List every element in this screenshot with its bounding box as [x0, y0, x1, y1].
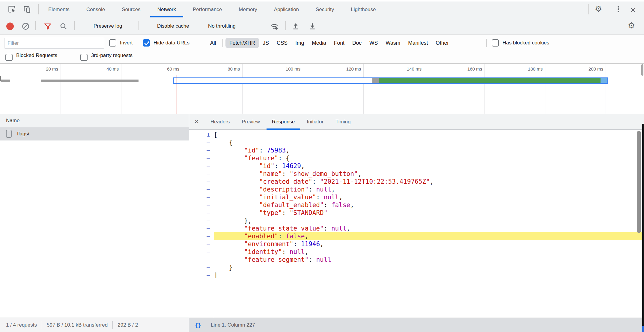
- tab-memory[interactable]: Memory: [230, 2, 265, 17]
- code-content: {: [214, 139, 644, 146]
- code-line: – "id": 14629,: [189, 162, 644, 170]
- token: :: [324, 201, 331, 209]
- close-devtools-icon[interactable]: ×: [630, 2, 636, 17]
- code-content: }: [214, 264, 644, 271]
- code-line: – "feature": {: [189, 154, 644, 162]
- detail-tab-preview[interactable]: Preview: [236, 114, 266, 130]
- filter-chip-media[interactable]: Media: [308, 38, 330, 48]
- line-number: –: [189, 170, 214, 178]
- filter-chip-doc[interactable]: Doc: [348, 38, 365, 48]
- invert-label: Invert: [120, 35, 133, 51]
- line-number: –: [189, 264, 214, 271]
- toolbar-divider: [74, 21, 75, 30]
- cursor-position: Line 1, Column 227: [211, 318, 255, 332]
- blocked-requests-checkbox[interactable]: [5, 54, 13, 61]
- tab-sources[interactable]: Sources: [113, 2, 149, 17]
- code-line: – {: [189, 139, 644, 146]
- export-har-icon[interactable]: [308, 22, 317, 30]
- token: [214, 170, 259, 177]
- filter-chip-js[interactable]: JS: [259, 38, 273, 48]
- network-settings-gear-icon[interactable]: ⚙: [628, 22, 635, 30]
- tab-console[interactable]: Console: [78, 2, 113, 17]
- name-column-header[interactable]: Name: [0, 114, 189, 127]
- code-content: ]: [214, 271, 644, 279]
- overview-tick-label: 100 ms: [276, 66, 300, 71]
- code-line: – "environment": 11946,: [189, 240, 644, 248]
- overview-gridline: [606, 64, 606, 114]
- name-column-label: Name: [6, 118, 19, 123]
- token: :: [282, 248, 290, 255]
- token: null: [331, 225, 347, 232]
- line-number: –: [189, 209, 214, 217]
- tab-security[interactable]: Security: [307, 2, 342, 17]
- filter-chip-manifest[interactable]: Manifest: [404, 38, 432, 48]
- token: "id": [259, 162, 275, 170]
- token: :: [324, 225, 331, 232]
- tab-network[interactable]: Network: [149, 2, 184, 17]
- third-party-requests-checkbox[interactable]: [80, 54, 88, 61]
- token: "STANDARD": [290, 209, 327, 216]
- settings-gear-icon[interactable]: ⚙: [595, 5, 602, 13]
- tab-application[interactable]: Application: [266, 2, 307, 17]
- code-content: "id": 14629,: [214, 162, 644, 170]
- request-row-flags[interactable]: flags/: [0, 127, 189, 140]
- filter-chip-all[interactable]: All: [206, 38, 220, 48]
- bar-download-segment: [379, 78, 601, 83]
- inspect-element-icon[interactable]: [8, 5, 16, 14]
- import-har-icon[interactable]: [291, 22, 300, 30]
- code-line: – "created_date": "2021-11-12T10:22:53.4…: [189, 178, 644, 186]
- token: "name": [259, 170, 282, 177]
- preserve-log-label: Preserve log: [94, 17, 122, 35]
- network-overview-timeline[interactable]: 20 ms40 ms60 ms80 ms100 ms120 ms140 ms16…: [0, 64, 644, 114]
- filter-chip-other[interactable]: Other: [432, 38, 453, 48]
- overview-gridline: [303, 64, 303, 114]
- detail-tab-response[interactable]: Response: [266, 114, 301, 130]
- filter-input[interactable]: [4, 38, 104, 49]
- invert-checkbox[interactable]: [109, 39, 116, 47]
- code-line: – "id": 75983,: [189, 146, 644, 154]
- tab-lighthouse[interactable]: Lighthouse: [342, 2, 384, 17]
- scrollbar-thumb[interactable]: [641, 64, 643, 76]
- disable-cache-label: Disable cache: [157, 17, 189, 35]
- filter-chip-ws[interactable]: WS: [365, 38, 382, 48]
- load-event-marker: [179, 75, 179, 114]
- filter-chip-css[interactable]: CSS: [273, 38, 291, 48]
- search-icon[interactable]: [59, 22, 67, 30]
- detail-tab-headers[interactable]: Headers: [204, 114, 236, 130]
- toolbar-divider: [588, 4, 589, 14]
- network-conditions-icon[interactable]: [270, 22, 279, 31]
- overview-gridline: [424, 64, 424, 114]
- token: ,: [331, 186, 335, 193]
- scrollbar-thumb[interactable]: [637, 131, 641, 233]
- token: [214, 240, 244, 248]
- throttling-select[interactable]: No throttling: [208, 17, 236, 35]
- pretty-print-icon[interactable]: {}: [195, 318, 201, 332]
- tab-elements[interactable]: Elements: [40, 2, 78, 17]
- filter-chip-wasm[interactable]: Wasm: [382, 38, 404, 48]
- filter-divider: [486, 39, 487, 47]
- filter-funnel-icon[interactable]: [44, 22, 52, 30]
- more-options-icon[interactable]: [618, 5, 619, 13]
- filter-chip-fetch-xhr[interactable]: Fetch/XHR: [225, 38, 259, 48]
- device-toolbar-icon[interactable]: [23, 5, 31, 14]
- hide-data-urls-checkbox[interactable]: [143, 39, 150, 47]
- token: ,: [350, 201, 354, 209]
- close-detail-icon[interactable]: ×: [194, 114, 199, 128]
- token: ]: [214, 272, 218, 279]
- token: ,: [358, 170, 362, 177]
- detail-tab-timing[interactable]: Timing: [329, 114, 356, 130]
- detail-tab-initiator[interactable]: Initiator: [301, 114, 329, 130]
- token: [214, 256, 244, 263]
- tab-performance[interactable]: Performance: [184, 2, 230, 17]
- filter-chip-img[interactable]: Img: [291, 38, 308, 48]
- code-line: – },: [189, 217, 644, 225]
- request-name: flags/: [17, 127, 29, 140]
- detail-tab-bar: × HeadersPreviewResponseInitiatorTiming: [189, 114, 644, 130]
- token: [214, 194, 259, 201]
- filter-chip-font[interactable]: Font: [330, 38, 348, 48]
- clear-network-log-icon[interactable]: [22, 22, 30, 30]
- record-network-log-icon[interactable]: [6, 23, 14, 30]
- has-blocked-cookies-checkbox[interactable]: [492, 39, 499, 47]
- overview-tick-label: 180 ms: [519, 66, 543, 71]
- code-content: "identity": null,: [214, 248, 644, 256]
